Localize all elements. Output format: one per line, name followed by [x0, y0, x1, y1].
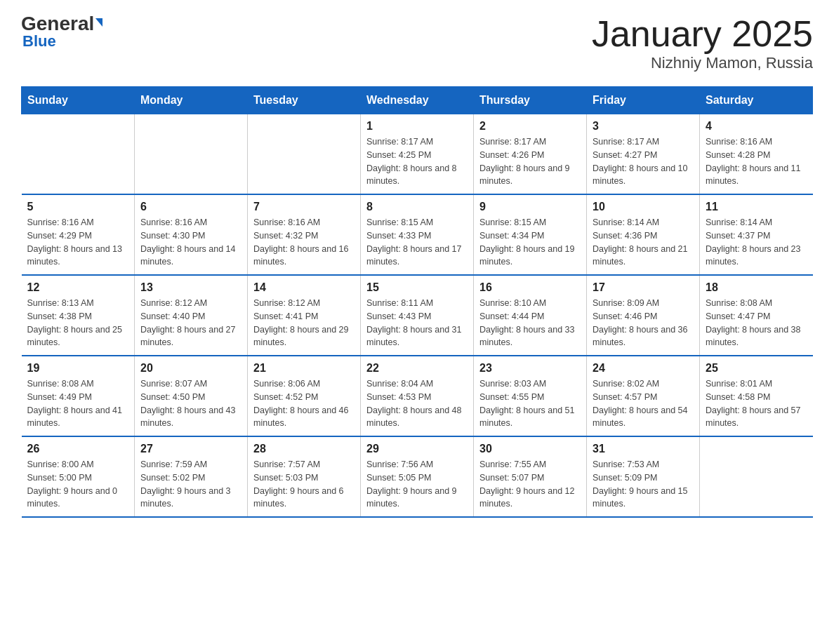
calendar-day-cell: 9Sunrise: 8:15 AM Sunset: 4:34 PM Daylig…: [474, 194, 587, 275]
calendar-day-cell: 6Sunrise: 8:16 AM Sunset: 4:30 PM Daylig…: [135, 194, 248, 275]
day-number: 12: [27, 281, 129, 294]
day-number: 25: [706, 362, 807, 375]
day-number: 22: [366, 362, 468, 375]
logo: General Blue: [21, 14, 102, 51]
day-number: 9: [479, 201, 581, 213]
day-info: Sunrise: 8:14 AM Sunset: 4:36 PM Dayligh…: [593, 216, 694, 269]
calendar-week-row: 5Sunrise: 8:16 AM Sunset: 4:29 PM Daylig…: [22, 194, 813, 275]
weekday-header: Thursday: [474, 87, 587, 114]
day-info: Sunrise: 7:56 AM Sunset: 5:05 PM Dayligh…: [366, 458, 468, 511]
calendar-day-cell: 28Sunrise: 7:57 AM Sunset: 5:03 PM Dayli…: [248, 436, 361, 517]
day-info: Sunrise: 8:15 AM Sunset: 4:34 PM Dayligh…: [479, 216, 581, 269]
day-info: Sunrise: 8:10 AM Sunset: 4:44 PM Dayligh…: [479, 297, 581, 349]
day-info: Sunrise: 8:14 AM Sunset: 4:37 PM Dayligh…: [706, 216, 807, 269]
weekday-header: Tuesday: [248, 87, 361, 114]
day-number: 14: [253, 281, 355, 294]
calendar-day-cell: [135, 114, 248, 195]
weekday-header: Sunday: [22, 87, 135, 114]
day-info: Sunrise: 8:09 AM Sunset: 4:46 PM Dayligh…: [593, 297, 694, 349]
day-number: 5: [27, 201, 129, 213]
calendar-day-cell: 2Sunrise: 8:17 AM Sunset: 4:26 PM Daylig…: [474, 114, 587, 195]
calendar-day-cell: 3Sunrise: 8:17 AM Sunset: 4:27 PM Daylig…: [587, 114, 700, 195]
calendar-day-cell: 19Sunrise: 8:08 AM Sunset: 4:49 PM Dayli…: [22, 356, 135, 436]
calendar-day-cell: 15Sunrise: 8:11 AM Sunset: 4:43 PM Dayli…: [361, 275, 474, 356]
weekday-header: Wednesday: [361, 87, 474, 114]
calendar-day-cell: 7Sunrise: 8:16 AM Sunset: 4:32 PM Daylig…: [248, 194, 361, 275]
weekday-header: Monday: [135, 87, 248, 114]
day-number: 24: [593, 362, 694, 375]
calendar-day-cell: 5Sunrise: 8:16 AM Sunset: 4:29 PM Daylig…: [22, 194, 135, 275]
calendar-title: January 2025: [592, 14, 813, 54]
day-info: Sunrise: 8:12 AM Sunset: 4:40 PM Dayligh…: [140, 297, 241, 349]
calendar-week-row: 12Sunrise: 8:13 AM Sunset: 4:38 PM Dayli…: [22, 275, 813, 356]
weekday-header: Friday: [587, 87, 700, 114]
calendar-day-cell: [248, 114, 361, 195]
day-info: Sunrise: 8:17 AM Sunset: 4:27 PM Dayligh…: [593, 135, 694, 188]
calendar-day-cell: 18Sunrise: 8:08 AM Sunset: 4:47 PM Dayli…: [700, 275, 813, 356]
day-number: 1: [366, 120, 468, 133]
day-info: Sunrise: 8:16 AM Sunset: 4:32 PM Dayligh…: [253, 216, 355, 269]
day-number: 19: [27, 362, 129, 375]
calendar-day-cell: 11Sunrise: 8:14 AM Sunset: 4:37 PM Dayli…: [700, 194, 813, 275]
day-info: Sunrise: 8:08 AM Sunset: 4:49 PM Dayligh…: [27, 377, 129, 430]
calendar-day-cell: 13Sunrise: 8:12 AM Sunset: 4:40 PM Dayli…: [135, 275, 248, 356]
title-block: January 2025 Nizhniy Mamon, Russia: [592, 14, 813, 72]
day-info: Sunrise: 8:13 AM Sunset: 4:38 PM Dayligh…: [27, 297, 129, 349]
calendar-day-cell: 21Sunrise: 8:06 AM Sunset: 4:52 PM Dayli…: [248, 356, 361, 436]
logo-general-text: General: [21, 14, 102, 34]
calendar-day-cell: 27Sunrise: 7:59 AM Sunset: 5:02 PM Dayli…: [135, 436, 248, 517]
calendar-day-cell: 20Sunrise: 8:07 AM Sunset: 4:50 PM Dayli…: [135, 356, 248, 436]
day-info: Sunrise: 8:11 AM Sunset: 4:43 PM Dayligh…: [366, 297, 468, 349]
day-info: Sunrise: 8:02 AM Sunset: 4:57 PM Dayligh…: [593, 377, 694, 430]
day-info: Sunrise: 8:07 AM Sunset: 4:50 PM Dayligh…: [140, 377, 241, 430]
day-info: Sunrise: 8:15 AM Sunset: 4:33 PM Dayligh…: [366, 216, 468, 269]
day-info: Sunrise: 7:57 AM Sunset: 5:03 PM Dayligh…: [253, 458, 355, 511]
day-info: Sunrise: 8:16 AM Sunset: 4:29 PM Dayligh…: [27, 216, 129, 269]
day-number: 4: [706, 120, 807, 133]
calendar-day-cell: 10Sunrise: 8:14 AM Sunset: 4:36 PM Dayli…: [587, 194, 700, 275]
day-number: 16: [479, 281, 581, 294]
day-info: Sunrise: 7:59 AM Sunset: 5:02 PM Dayligh…: [140, 458, 241, 511]
calendar-week-row: 1Sunrise: 8:17 AM Sunset: 4:25 PM Daylig…: [22, 114, 813, 195]
day-number: 30: [479, 443, 581, 455]
calendar-day-cell: 22Sunrise: 8:04 AM Sunset: 4:53 PM Dayli…: [361, 356, 474, 436]
day-number: 2: [479, 120, 581, 133]
day-number: 3: [593, 120, 694, 133]
logo-triangle-icon: [95, 18, 102, 27]
calendar-day-cell: 4Sunrise: 8:16 AM Sunset: 4:28 PM Daylig…: [700, 114, 813, 195]
calendar-day-cell: 31Sunrise: 7:53 AM Sunset: 5:09 PM Dayli…: [587, 436, 700, 517]
day-info: Sunrise: 7:55 AM Sunset: 5:07 PM Dayligh…: [479, 458, 581, 511]
page-header: General Blue January 2025 Nizhniy Mamon,…: [21, 14, 813, 72]
calendar-day-cell: 30Sunrise: 7:55 AM Sunset: 5:07 PM Dayli…: [474, 436, 587, 517]
calendar-day-cell: 26Sunrise: 8:00 AM Sunset: 5:00 PM Dayli…: [22, 436, 135, 517]
calendar-day-cell: [22, 114, 135, 195]
calendar-day-cell: 12Sunrise: 8:13 AM Sunset: 4:38 PM Dayli…: [22, 275, 135, 356]
day-number: 15: [366, 281, 468, 294]
day-number: 21: [253, 362, 355, 375]
day-number: 17: [593, 281, 694, 294]
day-number: 11: [706, 201, 807, 213]
day-number: 13: [140, 281, 241, 294]
day-number: 18: [706, 281, 807, 294]
calendar-day-cell: 23Sunrise: 8:03 AM Sunset: 4:55 PM Dayli…: [474, 356, 587, 436]
calendar-day-cell: 17Sunrise: 8:09 AM Sunset: 4:46 PM Dayli…: [587, 275, 700, 356]
day-info: Sunrise: 8:16 AM Sunset: 4:30 PM Dayligh…: [140, 216, 241, 269]
calendar-day-cell: 16Sunrise: 8:10 AM Sunset: 4:44 PM Dayli…: [474, 275, 587, 356]
day-number: 20: [140, 362, 241, 375]
day-number: 27: [140, 443, 241, 455]
day-number: 8: [366, 201, 468, 213]
calendar-header-row: SundayMondayTuesdayWednesdayThursdayFrid…: [22, 87, 813, 114]
calendar-week-row: 19Sunrise: 8:08 AM Sunset: 4:49 PM Dayli…: [22, 356, 813, 436]
calendar-day-cell: 25Sunrise: 8:01 AM Sunset: 4:58 PM Dayli…: [700, 356, 813, 436]
calendar-table: SundayMondayTuesdayWednesdayThursdayFrid…: [21, 86, 813, 518]
calendar-week-row: 26Sunrise: 8:00 AM Sunset: 5:00 PM Dayli…: [22, 436, 813, 517]
day-number: 31: [593, 443, 694, 455]
day-number: 29: [366, 443, 468, 455]
day-number: 10: [593, 201, 694, 213]
day-number: 26: [27, 443, 129, 455]
day-info: Sunrise: 8:04 AM Sunset: 4:53 PM Dayligh…: [366, 377, 468, 430]
day-info: Sunrise: 8:06 AM Sunset: 4:52 PM Dayligh…: [253, 377, 355, 430]
calendar-day-cell: 14Sunrise: 8:12 AM Sunset: 4:41 PM Dayli…: [248, 275, 361, 356]
calendar-day-cell: 1Sunrise: 8:17 AM Sunset: 4:25 PM Daylig…: [361, 114, 474, 195]
calendar-day-cell: 29Sunrise: 7:56 AM Sunset: 5:05 PM Dayli…: [361, 436, 474, 517]
